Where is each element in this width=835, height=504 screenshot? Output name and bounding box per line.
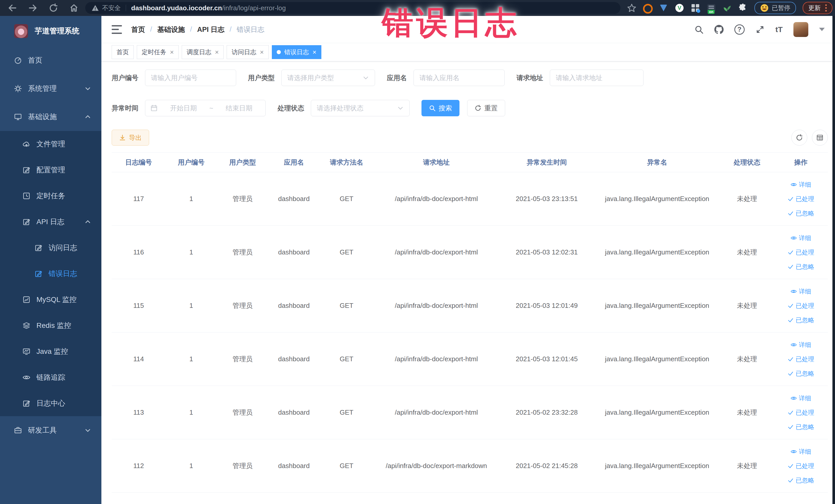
date-range-picker[interactable]: 开始日期 ~ 结束日期 (145, 100, 266, 116)
mark-ignored-link[interactable]: 已忽略 (788, 368, 814, 380)
start-date-placeholder[interactable]: 开始日期 (162, 104, 205, 113)
app-logo-row[interactable]: 芋道管理系统 (0, 16, 101, 46)
column-settings-button[interactable] (812, 130, 828, 146)
sidebar-item-system[interactable]: 系统管理 (0, 75, 101, 103)
scrollbar-gutter[interactable] (832, 16, 835, 504)
paused-label: 已暂停 (772, 4, 790, 12)
extension-switch-icon[interactable]: on (707, 3, 716, 13)
page-url[interactable]: dashboard.yudao.iocoder.cn/infra/log/api… (131, 4, 286, 12)
security-label[interactable]: 不安全 (102, 4, 121, 12)
cell-exception-time: 2021-05-03 12:01:49 (499, 279, 594, 332)
fullscreen-icon[interactable] (755, 25, 765, 34)
mark-ignored-link[interactable]: 已忽略 (788, 207, 814, 219)
request-url-input[interactable] (550, 69, 644, 86)
search-button[interactable]: 搜索 (422, 100, 460, 116)
mark-processed-link[interactable]: 已处理 (788, 193, 814, 205)
cell-method: GET (320, 172, 373, 226)
extension-tampermonkey-icon[interactable] (691, 3, 700, 13)
cell-user-id: 1 (166, 386, 217, 439)
breadcrumb-current: 错误日志 (237, 25, 264, 34)
sidebar-item-log-center[interactable]: 日志中心 (0, 390, 101, 416)
forward-icon[interactable] (28, 3, 38, 13)
close-tab-icon[interactable]: × (313, 49, 317, 56)
extension-shield-icon[interactable] (659, 3, 668, 13)
export-button[interactable]: 导出 (111, 130, 149, 146)
close-tab-icon[interactable]: × (215, 49, 219, 56)
eye-icon (791, 235, 797, 241)
end-date-placeholder[interactable]: 结束日期 (218, 104, 260, 113)
breadcrumb-item[interactable]: 基础设施 (157, 25, 185, 34)
mark-processed-link[interactable]: 已处理 (788, 353, 814, 365)
detail-link-label: 详细 (799, 179, 811, 190)
mark-processed-link[interactable]: 已处理 (788, 460, 814, 472)
mark-ignored-link[interactable]: 已忽略 (788, 261, 814, 273)
reset-button[interactable]: 重置 (467, 100, 505, 116)
cell-app-name: dashboard (268, 332, 320, 386)
extension-plant-icon[interactable] (722, 3, 732, 13)
eye-icon (791, 288, 797, 295)
search-icon[interactable] (694, 25, 704, 34)
sidebar-item-api-log[interactable]: API 日志 (0, 209, 101, 235)
refresh-table-button[interactable] (791, 130, 807, 146)
cell-user-type: 管理员 (217, 279, 268, 332)
detail-link[interactable]: 详细 (791, 285, 811, 297)
detail-link[interactable]: 详细 (791, 339, 811, 351)
sidebar-item-mysql-monitor[interactable]: MySQL 监控 (0, 286, 101, 313)
avatar-caret-icon[interactable] (819, 28, 825, 31)
close-tab-icon[interactable]: × (260, 49, 264, 56)
mark-processed-link[interactable]: 已处理 (788, 407, 814, 419)
reload-icon[interactable] (49, 3, 58, 13)
detail-link[interactable]: 详细 (791, 179, 811, 190)
sidebar-item-error-log[interactable]: 错误日志 (0, 261, 101, 286)
sidebar-item-infra[interactable]: 基础设施 (0, 103, 101, 131)
back-icon[interactable] (8, 3, 17, 13)
breadcrumb-item[interactable]: API 日志 (197, 25, 225, 34)
sidebar-item-redis-monitor[interactable]: Redis 监控 (0, 313, 101, 338)
tab-home[interactable]: 首页 (111, 45, 134, 59)
sidebar-item-dev-tools[interactable]: 研发工具 (0, 416, 101, 444)
mark-ignored-link[interactable]: 已忽略 (788, 475, 814, 486)
cell-app-name: dashboard (268, 386, 320, 439)
detail-link[interactable]: 详细 (791, 392, 811, 404)
extensions-puzzle-icon[interactable] (738, 3, 748, 13)
address-bar[interactable]: 不安全 dashboard.yudao.iocoder.cn/infra/log… (85, 2, 620, 14)
sidebar-item-scheduled-job[interactable]: 定时任务 (0, 183, 101, 209)
process-status-select[interactable]: 请选择处理状态 (311, 100, 410, 116)
sidebar-item-label: 首页 (28, 56, 42, 65)
sidebar-collapse-icon[interactable] (111, 25, 122, 34)
sidebar-item-config-manage[interactable]: 配置管理 (0, 157, 101, 183)
sidebar-item-home[interactable]: 首页 (0, 46, 101, 75)
text-size-icon[interactable]: tT (775, 25, 782, 34)
avatar[interactable] (793, 22, 808, 37)
refresh-icon (796, 134, 803, 141)
help-icon[interactable]: ? (734, 24, 745, 35)
user-type-select[interactable]: 请选择用户类型 (281, 69, 375, 86)
close-tab-icon[interactable]: × (170, 49, 174, 56)
sidebar-item-access-log[interactable]: 访问日志 (0, 235, 101, 261)
paused-extension-pill[interactable]: 已暂停 (754, 2, 796, 14)
github-icon[interactable] (714, 25, 724, 34)
mark-ignored-link[interactable]: 已忽略 (788, 314, 814, 326)
sidebar-item-file-manage[interactable]: 文件管理 (0, 131, 101, 157)
extension-adblock-icon[interactable] (643, 3, 652, 13)
tab-error-log[interactable]: 错误日志× (272, 45, 321, 59)
user-id-input[interactable] (145, 69, 236, 86)
sidebar-item-java-monitor[interactable]: Java 监控 (0, 338, 101, 364)
tab-schedule-log[interactable]: 调度日志× (182, 45, 224, 59)
mark-processed-link[interactable]: 已处理 (788, 246, 814, 258)
mark-ignored-link[interactable]: 已忽略 (788, 421, 814, 433)
mark-processed-link[interactable]: 已处理 (788, 300, 814, 312)
url-path: /infra/log/api-error-log (222, 4, 286, 12)
browser-menu-icon[interactable] (825, 4, 827, 12)
browser-update-pill[interactable]: 更新 (803, 2, 832, 14)
tab-access-log[interactable]: 访问日志× (227, 45, 268, 59)
tab-scheduled-job[interactable]: 定时任务× (137, 45, 179, 59)
bookmark-star-icon[interactable] (627, 3, 636, 13)
detail-link[interactable]: 详细 (791, 232, 811, 244)
detail-link[interactable]: 详细 (791, 446, 811, 458)
home-icon[interactable] (69, 3, 79, 13)
sidebar-item-tracer[interactable]: 链路追踪 (0, 364, 101, 390)
app-name-input[interactable] (413, 69, 505, 86)
breadcrumb-item[interactable]: 首页 (131, 25, 145, 34)
extension-vue-devtools-icon[interactable]: V (675, 3, 684, 13)
